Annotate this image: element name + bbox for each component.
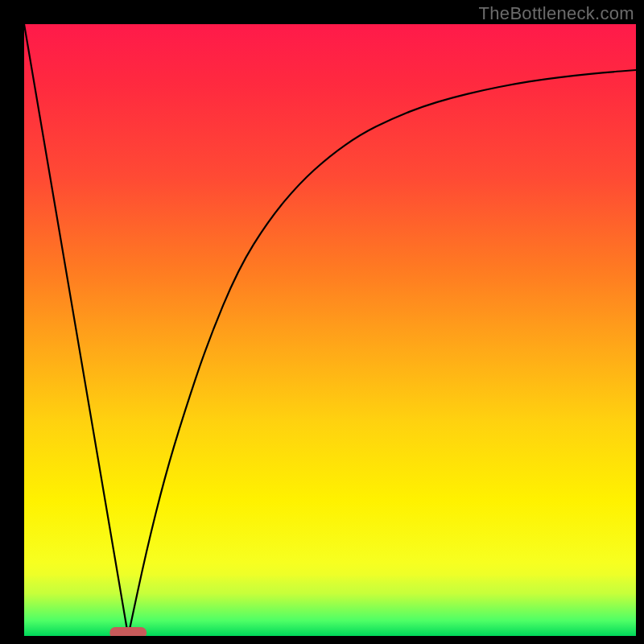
- curve-svg: [24, 24, 636, 636]
- bottleneck-curve: [24, 24, 636, 636]
- optimum-marker: [109, 627, 147, 636]
- chart-frame: TheBottleneck.com: [0, 0, 644, 644]
- watermark-text: TheBottleneck.com: [479, 3, 634, 24]
- plot-area: [24, 24, 636, 636]
